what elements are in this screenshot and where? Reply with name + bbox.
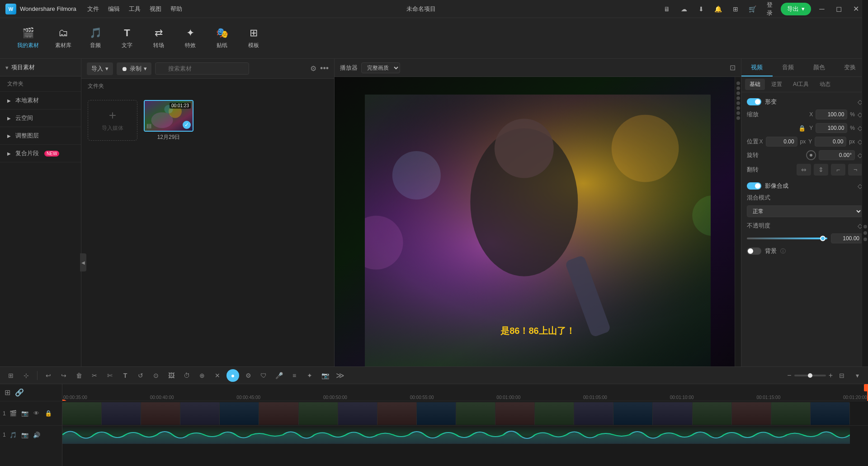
sidebar-item-compound[interactable]: ▶ 复合片段 NEW [0, 145, 81, 162]
media-thumbnail[interactable]: 00:01:23 ✓ ▤ 12月29日 [144, 100, 193, 141]
toolbar-my-assets[interactable]: 🎬 我的素材 [9, 24, 47, 53]
menu-view[interactable]: 视图 [150, 5, 161, 13]
zoom-in-button[interactable]: + [829, 371, 833, 380]
record-button[interactable]: ⏺ 录制 ▾ [117, 62, 151, 75]
search-input[interactable] [155, 62, 249, 75]
background-toggle[interactable] [747, 247, 761, 255]
minimize-button[interactable]: ─ [816, 3, 828, 15]
import-button[interactable]: 导入 ▾ [87, 62, 113, 75]
filter-icon[interactable]: ⚙ [310, 64, 316, 73]
toolbar-transition[interactable]: ⇄ 转场 [143, 24, 175, 53]
speed-button[interactable]: ⏱ [180, 369, 193, 382]
image-button[interactable]: 🖼 [165, 369, 178, 382]
toolbar-library[interactable]: 🗂 素材库 [47, 24, 80, 53]
more-tools-icon[interactable]: ≫ [336, 371, 344, 380]
rotation-input[interactable] [819, 150, 855, 160]
zoom-out-button[interactable]: − [787, 371, 791, 380]
audio-camera-icon[interactable]: 📷 [20, 430, 29, 439]
panel-collapse-button[interactable]: ◀ [80, 253, 86, 271]
video-strip[interactable] [62, 402, 850, 425]
flip-vertical-button[interactable]: ⇕ [814, 164, 828, 176]
snap-icon[interactable]: 🔗 [15, 388, 24, 397]
crop-timeline-button[interactable]: ✄ [104, 369, 116, 382]
toolbar-effects[interactable]: ✦ 特效 [175, 24, 206, 53]
delete-button[interactable]: 🗑 [73, 369, 85, 382]
rotate-button[interactable]: ↺ [134, 369, 147, 382]
tab-color[interactable]: 颜色 [803, 59, 835, 76]
menu-tools[interactable]: 工具 [129, 5, 141, 13]
undo-button[interactable]: ↩ [42, 369, 55, 382]
position-y-input[interactable] [815, 137, 846, 147]
shield-icon[interactable]: 🛡 [257, 369, 270, 382]
audio-volume-icon[interactable]: 🔊 [32, 430, 41, 439]
track-eye-icon[interactable]: 👁 [32, 409, 41, 418]
zoom-slider[interactable] [794, 375, 826, 376]
fullscreen-icon[interactable]: ⊡ [730, 63, 736, 72]
mic-icon[interactable]: 🎤 [273, 369, 285, 382]
toolbar-templates[interactable]: ⊞ 模板 [238, 24, 269, 53]
cart-icon[interactable]: 🛒 [746, 3, 759, 15]
timeline-select-button[interactable]: ⊹ [20, 369, 33, 382]
subtab-ai[interactable]: AI工具 [788, 79, 813, 90]
subtab-animation[interactable]: 动态 [815, 79, 835, 90]
apps-icon[interactable]: ⊞ [729, 3, 742, 15]
flip-diag2-button[interactable]: ¬ [848, 164, 863, 176]
position-x-input[interactable] [766, 137, 797, 147]
collapse-arrow[interactable]: ▾ [5, 64, 9, 71]
redo-button[interactable]: ↪ [57, 369, 70, 382]
flip-diag1-button[interactable]: ⌐ [831, 164, 845, 176]
text-timeline-button[interactable]: T [119, 369, 132, 382]
track-camera-icon[interactable]: 📷 [20, 409, 29, 418]
sidebar-item-local[interactable]: ▶ 本地素材 [0, 92, 81, 109]
blend-mode-select[interactable]: 正常 [747, 205, 863, 217]
opacity-slider[interactable] [747, 238, 827, 239]
maximize-button[interactable]: ◻ [833, 3, 845, 15]
subtract-button[interactable]: ✕ [211, 369, 224, 382]
tab-video[interactable]: 视频 [741, 59, 773, 76]
download-icon[interactable]: ⬇ [695, 3, 708, 15]
menu-file[interactable]: 文件 [87, 5, 99, 13]
timeline-grid-view-button[interactable]: ⊟ [835, 369, 848, 382]
cloud-icon[interactable]: ☁ [678, 3, 690, 15]
star-icon[interactable]: ✦ [303, 369, 316, 382]
transform-toggle[interactable] [747, 98, 761, 105]
subtab-reverse[interactable]: 逆置 [767, 79, 787, 90]
menu-edit[interactable]: 编辑 [108, 5, 120, 13]
settings-timeline-icon[interactable]: ⚙ [242, 369, 255, 382]
tab-transform[interactable]: 变换 [835, 59, 866, 76]
camera2-icon[interactable]: 📷 [319, 369, 331, 382]
timeline-grid-button[interactable]: ⊞ [5, 369, 17, 382]
export-button[interactable]: 导出 ▾ [781, 3, 811, 15]
sidebar-item-cloud[interactable]: ▶ 云空间 [0, 109, 81, 127]
more-icon[interactable]: ••• [320, 64, 329, 73]
effects-timeline-button[interactable]: ⊙ [150, 369, 162, 382]
add-timeline-button[interactable]: ⊕ [196, 369, 208, 382]
close-button[interactable]: ✕ [850, 3, 863, 15]
cut-button[interactable]: ✂ [88, 369, 101, 382]
menu-help[interactable]: 帮助 [170, 5, 182, 13]
login-button[interactable]: 登录 [764, 3, 776, 15]
monitor-icon[interactable]: 🖥 [660, 3, 673, 15]
subtab-basic[interactable]: 基础 [745, 79, 765, 90]
bell-icon[interactable]: 🔔 [712, 3, 725, 15]
toolbar-stickers[interactable]: 🎭 贴纸 [206, 24, 238, 53]
active-tool-button[interactable]: ● [226, 369, 239, 382]
blend-toggle[interactable] [747, 182, 761, 190]
timeline-list-view-button[interactable]: ▾ [851, 369, 863, 382]
toolbar-text[interactable]: T 文字 [111, 24, 143, 53]
import-media-placeholder[interactable]: + 导入媒体 [88, 100, 137, 141]
scale-x-input[interactable] [816, 109, 847, 119]
opacity-input[interactable] [831, 233, 863, 243]
flip-horizontal-button[interactable]: ⇔ [797, 164, 811, 176]
sidebar-item-adjustment[interactable]: ▶ 调整图层 [0, 127, 81, 145]
add-track-icon[interactable]: ⊞ [5, 388, 10, 397]
lock-icon[interactable]: 🔒 [797, 125, 807, 132]
auto-caption-icon[interactable]: ≡ [288, 369, 301, 382]
track-lock-icon[interactable]: 🔒 [44, 409, 53, 418]
background-help-icon[interactable]: ⓘ [780, 247, 786, 255]
quality-select[interactable]: 完整画质 [361, 62, 400, 73]
toolbar-audio[interactable]: 🎵 音频 [80, 24, 111, 53]
rotation-dial[interactable] [806, 150, 816, 160]
tab-audio[interactable]: 音频 [773, 59, 804, 76]
scale-y-input[interactable] [816, 123, 847, 133]
